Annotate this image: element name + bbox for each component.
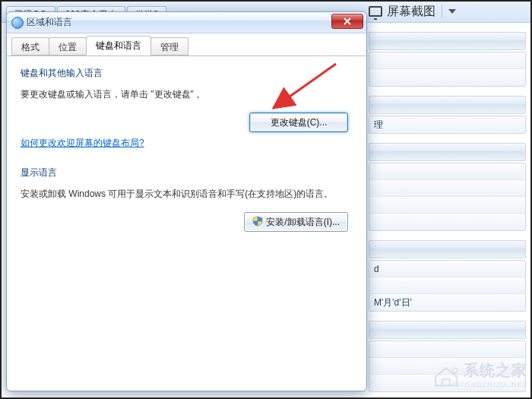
group-keyboard-input: 键盘和其他输入语言 要更改键盘或输入语言，请单击 "更改键盘" 。 更改键盘(C… bbox=[21, 67, 353, 150]
screenshot-icon bbox=[369, 6, 382, 17]
dialog-titlebar[interactable]: 区域和语言 bbox=[7, 12, 366, 33]
uac-shield-icon bbox=[252, 214, 263, 225]
bg-row bbox=[369, 69, 525, 86]
tab-keyboard-language[interactable]: 键盘和语言 bbox=[86, 36, 151, 55]
bg-row: M'月'd'日' bbox=[369, 294, 525, 311]
close-icon bbox=[344, 17, 351, 25]
group-display-language: 显示语言 安装或卸载 Windows 可用于显示文本和识别语音和手写(在支持地区… bbox=[21, 166, 353, 232]
svg-point-0 bbox=[452, 368, 458, 373]
bg-section-header bbox=[369, 240, 526, 258]
bg-row: d bbox=[369, 261, 525, 277]
separator bbox=[442, 5, 442, 18]
welcome-screen-layout-link[interactable]: 如何更改欢迎屏幕的键盘布局? bbox=[21, 138, 144, 148]
dialog-tabstrip: 格式 位置 键盘和语言 管理 bbox=[7, 33, 366, 56]
install-uninstall-language-button[interactable]: 安装/卸载语言(I)... bbox=[244, 212, 348, 232]
bg-section-header bbox=[369, 143, 526, 161]
bg-row bbox=[369, 214, 525, 230]
house-logo-icon bbox=[433, 366, 459, 387]
bg-row bbox=[369, 197, 525, 214]
group-description: 安装或卸载 Windows 可用于显示文本和识别语音和手写(在支持地区)的语言。 bbox=[21, 187, 353, 201]
background-right-panel: 理 d M'月'd'日' bbox=[369, 23, 526, 393]
bg-row: 理 bbox=[369, 116, 525, 133]
bg-title-text: 屏幕截图 bbox=[387, 4, 435, 20]
bg-grid bbox=[369, 52, 526, 87]
chevron-down-icon[interactable] bbox=[448, 9, 456, 14]
bg-section-header bbox=[369, 32, 526, 50]
region-language-dialog: 区域和语言 格式 位置 键盘和语言 管理 键盘和其他输入语言 要更改键盘或输入语… bbox=[6, 11, 367, 391]
bg-section-header bbox=[369, 96, 526, 114]
dialog-title: 区域和语言 bbox=[27, 16, 72, 29]
tab-location[interactable]: 位置 bbox=[49, 37, 87, 55]
tab-format[interactable]: 格式 bbox=[11, 37, 49, 55]
group-title: 键盘和其他输入语言 bbox=[21, 67, 353, 80]
bg-row bbox=[369, 52, 525, 69]
tab-admin[interactable]: 管理 bbox=[150, 37, 188, 55]
bg-row bbox=[369, 341, 525, 358]
group-title: 显示语言 bbox=[21, 166, 353, 179]
group-description: 要更改键盘或输入语言，请单击 "更改键盘" 。 bbox=[21, 87, 353, 102]
install-uninstall-language-label: 安装/卸载语言(I)... bbox=[266, 217, 340, 227]
close-button[interactable] bbox=[331, 14, 363, 29]
bg-section-header bbox=[369, 321, 526, 339]
bg-row bbox=[369, 277, 525, 294]
bg-row bbox=[369, 180, 525, 197]
dialog-body: 键盘和其他输入语言 要更改键盘或输入语言，请单击 "更改键盘" 。 更改键盘(C… bbox=[7, 56, 366, 259]
globe-icon bbox=[11, 17, 24, 29]
change-keyboard-button[interactable]: 更改键盘(C)... bbox=[249, 112, 348, 132]
bg-row bbox=[369, 163, 525, 180]
bg-title-area: 屏幕截图 bbox=[369, 0, 532, 23]
